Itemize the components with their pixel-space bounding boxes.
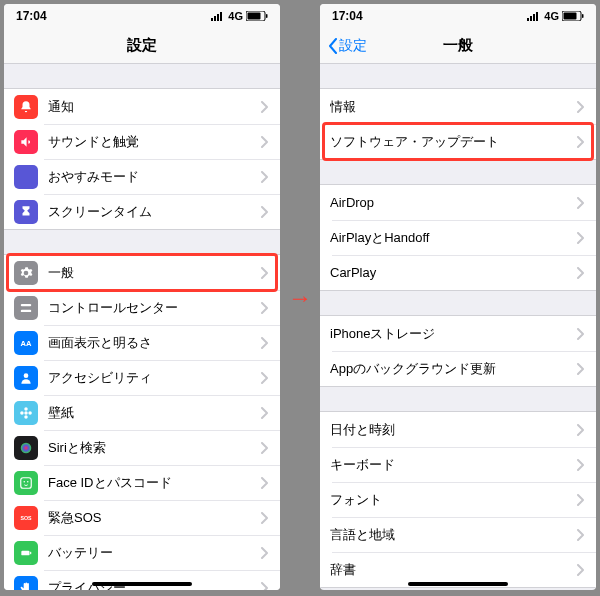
svg-rect-8: [21, 309, 32, 311]
row-battery[interactable]: バッテリー: [4, 535, 280, 570]
row-about[interactable]: 情報: [320, 89, 596, 124]
svg-point-15: [28, 411, 32, 415]
row-siri[interactable]: Siriと検索: [4, 430, 280, 465]
bell-icon: [14, 95, 38, 119]
row-faceid[interactable]: Face IDとパスコード: [4, 465, 280, 500]
chevron-right-icon: [576, 328, 584, 340]
general-screen: 17:04 4G 設定 一般 情報ソフトウェア・アップデートAirDropAir…: [320, 4, 596, 590]
battery-icon: [562, 11, 584, 21]
settings-list[interactable]: 通知サウンドと触覚おやすみモードスクリーンタイム一般コントロールセンターAA画面…: [4, 64, 280, 590]
row-label: キーボード: [330, 456, 576, 474]
home-indicator[interactable]: [92, 582, 192, 586]
chevron-right-icon: [260, 372, 268, 384]
row-airdrop[interactable]: AirDrop: [320, 185, 596, 220]
row-display[interactable]: AA画面表示と明るさ: [4, 325, 280, 360]
row-bg-refresh[interactable]: Appのバックグラウンド更新: [320, 351, 596, 386]
face-icon: [14, 471, 38, 495]
svg-rect-29: [582, 14, 584, 18]
svg-rect-17: [21, 477, 32, 488]
status-bar: 17:04 4G: [4, 4, 280, 28]
status-indicators: 4G: [211, 10, 268, 22]
row-datetime[interactable]: 日付と時刻: [320, 412, 596, 447]
row-sounds[interactable]: サウンドと触覚: [4, 124, 280, 159]
row-label: おやすみモード: [48, 168, 260, 186]
list-group: 情報ソフトウェア・アップデート: [320, 88, 596, 160]
row-label: 緊急SOS: [48, 509, 260, 527]
svg-point-14: [20, 411, 24, 415]
flower-icon: [14, 401, 38, 425]
svg-rect-2: [217, 14, 219, 21]
arrow-icon: →: [288, 284, 312, 312]
chevron-right-icon: [260, 442, 268, 454]
row-label: 言語と地域: [330, 526, 576, 544]
row-screentime[interactable]: スクリーンタイム: [4, 194, 280, 229]
page-title: 設定: [127, 36, 157, 55]
back-label: 設定: [339, 37, 367, 55]
row-carplay[interactable]: CarPlay: [320, 255, 596, 290]
svg-rect-0: [211, 18, 213, 21]
list-group: 一般コントロールセンターAA画面表示と明るさアクセシビリティ壁紙Siriと検索F…: [4, 254, 280, 590]
battery-icon: [14, 541, 38, 565]
person-icon: [14, 366, 38, 390]
back-button[interactable]: 設定: [328, 37, 367, 55]
chevron-right-icon: [576, 232, 584, 244]
nav-bar: 設定 一般: [320, 28, 596, 64]
row-label: 辞書: [330, 561, 576, 579]
row-label: CarPlay: [330, 265, 576, 280]
row-control-center[interactable]: コントロールセンター: [4, 290, 280, 325]
chevron-right-icon: [260, 337, 268, 349]
row-privacy[interactable]: プライバシー: [4, 570, 280, 590]
row-language[interactable]: 言語と地域: [320, 517, 596, 552]
row-general[interactable]: 一般: [4, 255, 280, 290]
home-indicator[interactable]: [408, 582, 508, 586]
row-label: 情報: [330, 98, 576, 116]
row-notifications[interactable]: 通知: [4, 89, 280, 124]
general-list[interactable]: 情報ソフトウェア・アップデートAirDropAirPlayとHandoffCar…: [320, 64, 596, 590]
svg-rect-23: [527, 18, 529, 21]
row-label: AirDrop: [330, 195, 576, 210]
row-label: 壁紙: [48, 404, 260, 422]
svg-point-10: [24, 373, 29, 378]
switches-icon: [14, 296, 38, 320]
row-label: 日付と時刻: [330, 421, 576, 439]
siri-icon: [14, 436, 38, 460]
chevron-right-icon: [260, 206, 268, 218]
svg-rect-1: [214, 16, 216, 21]
status-indicators: 4G: [527, 10, 584, 22]
list-group: iPhoneストレージAppのバックグラウンド更新: [320, 315, 596, 387]
row-wallpaper[interactable]: 壁紙: [4, 395, 280, 430]
row-label: Appのバックグラウンド更新: [330, 360, 576, 378]
row-accessibility[interactable]: アクセシビリティ: [4, 360, 280, 395]
row-label: スクリーンタイム: [48, 203, 260, 221]
row-iphone-storage[interactable]: iPhoneストレージ: [320, 316, 596, 351]
chevron-right-icon: [260, 171, 268, 183]
list-group: AirDropAirPlayとHandoffCarPlay: [320, 184, 596, 291]
row-label: 画面表示と明るさ: [48, 334, 260, 352]
svg-point-18: [23, 481, 25, 483]
network-label: 4G: [544, 10, 559, 22]
chevron-right-icon: [260, 302, 268, 314]
svg-point-19: [27, 481, 29, 483]
row-dnd[interactable]: おやすみモード: [4, 159, 280, 194]
chevron-right-icon: [260, 582, 268, 591]
svg-rect-3: [220, 12, 222, 21]
status-bar: 17:04 4G: [320, 4, 596, 28]
hourglass-icon: [14, 200, 38, 224]
aa-icon: AA: [14, 331, 38, 355]
status-time: 17:04: [16, 9, 47, 23]
row-keyboard[interactable]: キーボード: [320, 447, 596, 482]
chevron-right-icon: [260, 547, 268, 559]
svg-point-13: [24, 415, 28, 419]
row-software-update[interactable]: ソフトウェア・アップデート: [320, 124, 596, 159]
svg-rect-26: [536, 12, 538, 21]
row-label: AirPlayとHandoff: [330, 229, 576, 247]
svg-rect-5: [248, 13, 261, 20]
settings-screen: 17:04 4G 設定 通知サウンドと触覚おやすみモードスクリーンタイム一般コン…: [4, 4, 280, 590]
row-airplay[interactable]: AirPlayとHandoff: [320, 220, 596, 255]
moon-icon: [14, 165, 38, 189]
row-fonts[interactable]: フォント: [320, 482, 596, 517]
flow-arrow: →: [284, 284, 316, 312]
row-sos[interactable]: SOS緊急SOS: [4, 500, 280, 535]
chevron-right-icon: [260, 136, 268, 148]
chevron-right-icon: [576, 267, 584, 279]
